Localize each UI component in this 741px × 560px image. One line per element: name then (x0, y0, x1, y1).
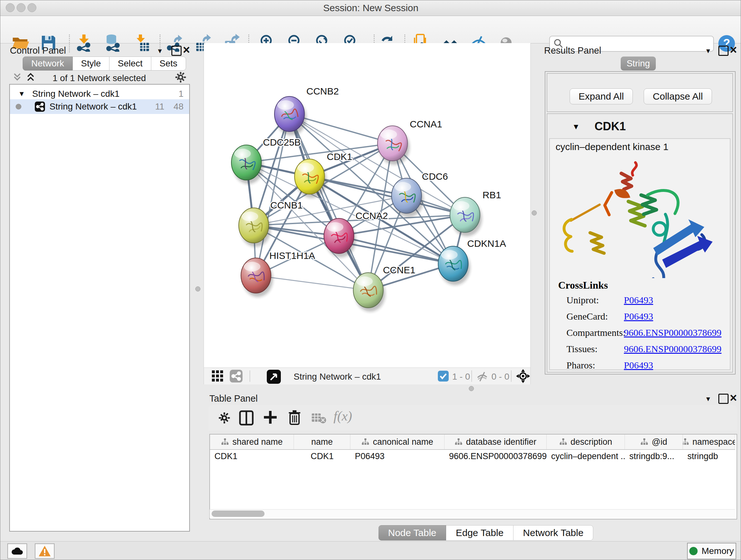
table-tabs: Node Table Edge Table Network Table (379, 525, 593, 541)
detach-view-icon[interactable] (267, 370, 281, 384)
column-header-description[interactable]: description (547, 435, 625, 449)
column-header-@id[interactable]: @id (625, 435, 683, 449)
gene-name: CDK1 (595, 120, 626, 133)
expand-collapse-box: Expand All Collapse All (547, 73, 733, 112)
right-splitter-handle[interactable] (532, 210, 537, 215)
node-label[interactable]: CDC25B (263, 137, 300, 147)
collapse-all-icon[interactable] (12, 72, 23, 83)
node-label[interactable]: CDK1 (327, 151, 352, 162)
grid-view-icon[interactable] (211, 370, 224, 382)
cloud-status-button[interactable] (7, 543, 27, 559)
import-network-file-icon[interactable] (75, 34, 93, 52)
crosslink-value-link[interactable]: P06493 (624, 360, 653, 371)
crosslink-value-link[interactable]: P06493 (624, 295, 653, 306)
table-horizontal-scrollbar[interactable] (210, 509, 735, 518)
left-splitter-handle[interactable] (195, 287, 200, 292)
tab-network-table[interactable]: Network Table (514, 525, 594, 541)
add-column-icon[interactable] (263, 410, 278, 425)
table-panel-float-icon[interactable] (718, 394, 729, 404)
network-options-gear-icon[interactable] (174, 71, 187, 84)
selected-checkbox-icon[interactable] (438, 371, 449, 381)
node-table[interactable]: shared namenamecanonical namedatabase id… (209, 434, 737, 519)
column-header-shared-name[interactable]: shared name (210, 435, 294, 449)
table-panel-close-icon[interactable]: × (730, 394, 737, 402)
gene-section-expander-icon[interactable]: ▼ (572, 122, 580, 131)
crosslink-label: Compartments: (566, 327, 625, 338)
bottom-splitter-handle[interactable] (469, 386, 474, 391)
table-cell[interactable]: cyclin–dependent ... (547, 449, 625, 463)
delete-table-icon (311, 412, 327, 424)
node-label[interactable]: CCNE1 (383, 265, 415, 275)
column-type-icon (683, 438, 689, 446)
tab-network[interactable]: Network (23, 57, 73, 71)
birds-eye-toggle-icon[interactable] (516, 369, 530, 383)
network-status-dot (16, 104, 21, 110)
scrollbar-thumb[interactable] (212, 510, 265, 517)
table-cell[interactable]: 9606.ENSP00000378699 (445, 449, 547, 463)
view-title: String Network – cdk1 (293, 372, 381, 382)
table-cell[interactable]: stringdb (683, 449, 735, 463)
tab-select[interactable]: Select (110, 57, 151, 71)
control-panel-tabs: Network Style Select Sets (23, 57, 186, 71)
network-node-count: 11 (155, 102, 164, 112)
tree-expander-icon[interactable]: ▼ (18, 90, 25, 98)
network-label: String Network – cdk1 (50, 102, 137, 112)
node-label[interactable]: CCNB1 (270, 200, 303, 210)
tab-sets[interactable]: Sets (151, 57, 186, 71)
results-panel-close-icon[interactable]: × (730, 46, 737, 54)
crosslink-value-link[interactable]: P06493 (624, 311, 653, 322)
node-label[interactable]: CDKN1A (467, 238, 506, 249)
expand-all-icon[interactable] (25, 72, 36, 83)
select-columns-icon[interactable] (239, 410, 254, 426)
node-label[interactable]: CCNA2 (355, 210, 388, 221)
control-panel-collapse-icon[interactable]: ▾ (158, 46, 162, 55)
warning-status-button[interactable] (35, 543, 55, 559)
results-panel-float-icon[interactable] (718, 46, 729, 56)
tab-node-table[interactable]: Node Table (379, 525, 446, 541)
control-panel-close-icon[interactable]: × (183, 46, 190, 54)
column-header-namespace[interactable]: namespace (683, 435, 735, 449)
node-label[interactable]: CCNA1 (410, 119, 442, 129)
column-header-canonical-name[interactable]: canonical name (350, 435, 445, 449)
table-gear-icon[interactable] (217, 411, 231, 425)
main-toolbar: ? (0, 16, 741, 44)
table-panel-collapse-icon[interactable]: ▾ (706, 394, 710, 403)
node-label[interactable]: HIST1H1A (269, 250, 315, 261)
crosslinks-title: CrossLinks (558, 279, 608, 291)
node-label[interactable]: RB1 (482, 190, 501, 200)
table-cell[interactable]: CDK1 (294, 449, 350, 463)
table-cell[interactable]: CDK1 (210, 449, 294, 463)
import-network-database-icon[interactable] (104, 34, 122, 52)
crosslink-row: Uniprot:P06493 (566, 295, 726, 311)
title-bar: Session: New Session (0, 0, 741, 16)
column-header-name[interactable]: name (294, 435, 350, 449)
crosslink-row: Pharos:P06493 (566, 360, 726, 376)
network-tree: ▼ String Network – cdk1 1 String Network… (9, 84, 190, 532)
column-header-database-identifier[interactable]: database identifier (445, 435, 547, 449)
crosslink-row: Compartments:9606.ENSP00000378699 (566, 327, 726, 344)
memory-button[interactable]: Memory (687, 543, 736, 559)
table-cell[interactable]: stringdb:9... (625, 449, 683, 463)
network-view-icon[interactable] (230, 370, 243, 382)
tab-string[interactable]: String (621, 57, 656, 71)
delete-column-icon[interactable] (287, 410, 301, 426)
warning-icon (38, 545, 51, 557)
tab-style[interactable]: Style (73, 57, 110, 71)
results-panel-collapse-icon[interactable]: ▾ (706, 46, 710, 55)
node-label[interactable]: CCNB2 (307, 86, 339, 97)
collapse-all-button[interactable]: Collapse All (644, 88, 712, 105)
hidden-eye-icon (476, 371, 488, 382)
network-view-toolbar: String Network – cdk1 1 - 0 0 - 0 (204, 368, 531, 384)
tab-edge-table[interactable]: Edge Table (446, 525, 514, 541)
expand-all-button[interactable]: Expand All (569, 88, 633, 105)
control-panel-float-icon[interactable] (172, 46, 182, 56)
import-table-file-icon[interactable] (132, 34, 150, 52)
crosslink-value-link[interactable]: 9606.ENSP00000378699 (624, 344, 722, 354)
network-row[interactable]: String Network – cdk1 11 48 (10, 99, 189, 114)
crosslink-value-link[interactable]: 9606.ENSP00000378699 (624, 327, 722, 338)
network-canvas[interactable]: CCNB2CCNA1CDC25BCDK1CDC6RB1CCNB1CCNA2CDK… (204, 43, 531, 368)
table-cell[interactable]: P06493 (350, 449, 445, 463)
node-label[interactable]: CDC6 (422, 171, 448, 182)
network-graph[interactable]: CCNB2CCNA1CDC25BCDK1CDC6RB1CCNB1CCNA2CDK… (204, 43, 530, 368)
network-edge-count: 48 (174, 102, 184, 112)
